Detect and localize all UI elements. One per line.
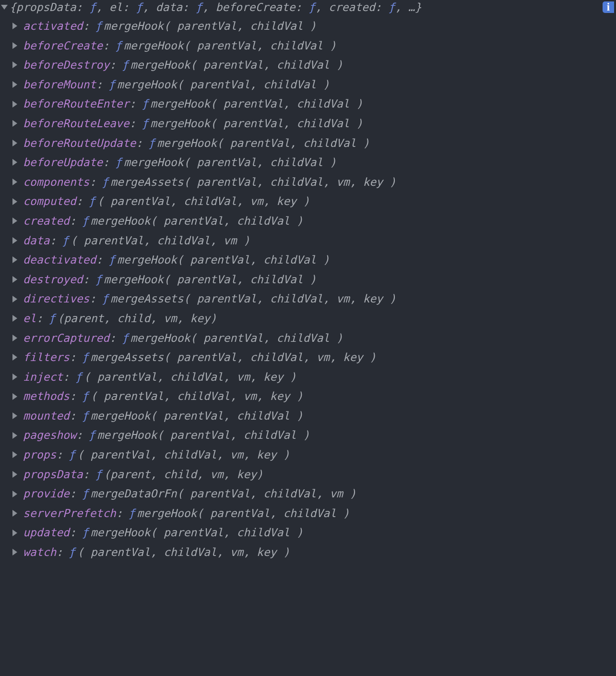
info-icon[interactable]: i — [603, 1, 614, 13]
property-row[interactable]: provide:ƒ mergeDataOrFn( parentVal, chil… — [0, 484, 616, 504]
property-row[interactable]: mounted:ƒ mergeHook( parentVal, childVal… — [0, 406, 616, 426]
expand-right-icon[interactable] — [12, 510, 17, 517]
function-name: mergeAssets — [110, 172, 183, 192]
function-glyph: ƒ — [122, 55, 129, 75]
expand-right-icon[interactable] — [12, 354, 17, 361]
colon: : — [103, 153, 109, 172]
property-key: provide — [23, 484, 70, 504]
property-row[interactable]: components:ƒ mergeAssets( parentVal, chi… — [0, 172, 616, 192]
function-glyph: ƒ — [82, 348, 89, 367]
expand-right-icon[interactable] — [12, 451, 17, 458]
expand-right-icon[interactable] — [12, 256, 17, 263]
property-key: watch — [23, 543, 56, 562]
function-name: mergeHook — [124, 153, 184, 172]
property-row[interactable]: destroyed:ƒ mergeHook( parentVal, childV… — [0, 270, 616, 290]
function-args: ( parentVal, childVal, vm, key ) — [84, 367, 296, 387]
function-args: ( parentVal, childVal ) — [164, 270, 317, 290]
property-row[interactable]: beforeRouteEnter:ƒ mergeHook( parentVal,… — [0, 94, 616, 114]
expand-right-icon[interactable] — [12, 471, 17, 478]
property-row[interactable]: errorCaptured:ƒ mergeHook( parentVal, ch… — [0, 328, 616, 348]
expand-right-icon[interactable] — [12, 412, 17, 419]
property-row[interactable]: beforeRouteUpdate:ƒ mergeHook( parentVal… — [0, 133, 616, 153]
expand-right-icon[interactable] — [12, 140, 17, 146]
property-row[interactable]: activated:ƒ mergeHook( parentVal, childV… — [0, 16, 616, 36]
function-glyph: ƒ — [82, 211, 89, 231]
expand-right-icon[interactable] — [12, 217, 17, 224]
expand-right-icon[interactable] — [12, 61, 17, 68]
expand-right-icon[interactable] — [12, 81, 17, 88]
expand-right-icon[interactable] — [12, 491, 17, 497]
function-glyph: ƒ — [108, 75, 115, 95]
property-row[interactable]: beforeUpdate:ƒ mergeHook( parentVal, chi… — [0, 153, 616, 172]
expand-right-icon[interactable] — [12, 101, 17, 108]
expand-right-icon[interactable] — [12, 549, 17, 555]
object-summary-row[interactable]: {propsData: ƒ, el: ƒ, data: ƒ, beforeCre… — [0, 1, 616, 16]
property-row[interactable]: deactivated:ƒ mergeHook( parentVal, chil… — [0, 250, 616, 270]
property-row[interactable]: updated:ƒ mergeHook( parentVal, childVal… — [0, 523, 616, 543]
colon: : — [56, 543, 63, 562]
property-row[interactable]: watch:ƒ ( parentVal, childVal, vm, key ) — [0, 543, 616, 562]
property-key: updated — [23, 523, 70, 543]
colon: : — [63, 367, 70, 387]
property-row[interactable]: directives:ƒ mergeAssets( parentVal, chi… — [0, 289, 616, 309]
property-key: components — [23, 172, 89, 192]
expand-right-icon[interactable] — [12, 530, 17, 536]
expand-right-icon[interactable] — [12, 432, 17, 439]
property-key: beforeRouteEnter — [23, 94, 130, 114]
function-glyph: ƒ — [95, 16, 102, 36]
property-row[interactable]: inject:ƒ ( parentVal, childVal, vm, key … — [0, 367, 616, 387]
function-args: ( parentVal, childVal ) — [210, 114, 363, 133]
property-row[interactable]: beforeCreate:ƒ mergeHook( parentVal, chi… — [0, 36, 616, 56]
property-key: beforeCreate — [23, 36, 103, 56]
function-glyph: ƒ — [142, 94, 148, 114]
expand-down-icon[interactable] — [1, 5, 8, 10]
colon: : — [109, 55, 116, 75]
expand-right-icon[interactable] — [12, 23, 17, 29]
function-args: ( parentVal, childVal ) — [150, 523, 303, 543]
property-row[interactable]: beforeDestroy:ƒ mergeHook( parentVal, ch… — [0, 55, 616, 75]
expand-right-icon[interactable] — [12, 198, 17, 205]
expand-right-icon[interactable] — [12, 296, 17, 302]
colon: : — [70, 406, 76, 426]
expand-right-icon[interactable] — [12, 393, 17, 400]
expand-right-icon[interactable] — [12, 335, 17, 341]
property-row[interactable]: filters:ƒ mergeAssets( parentVal, childV… — [0, 348, 616, 367]
function-glyph: ƒ — [82, 406, 89, 426]
expand-right-icon[interactable] — [12, 276, 17, 283]
colon: : — [136, 133, 142, 153]
expand-right-icon[interactable] — [12, 159, 17, 166]
colon: : — [56, 445, 63, 465]
property-row[interactable]: computed:ƒ ( parentVal, childVal, vm, ke… — [0, 192, 616, 211]
property-row[interactable]: beforeRouteLeave:ƒ mergeHook( parentVal,… — [0, 114, 616, 133]
expand-right-icon[interactable] — [12, 374, 17, 380]
property-row[interactable]: beforeMount:ƒ mergeHook( parentVal, chil… — [0, 75, 616, 95]
property-row[interactable]: methods:ƒ ( parentVal, childVal, vm, key… — [0, 386, 616, 406]
expand-right-icon[interactable] — [12, 120, 17, 127]
property-row[interactable]: props:ƒ ( parentVal, childVal, vm, key ) — [0, 445, 616, 465]
colon: : — [130, 94, 136, 114]
function-args: ( parentVal, childVal ) — [157, 425, 310, 445]
function-args: (parent, child, vm, key) — [104, 465, 263, 484]
expand-right-icon[interactable] — [12, 315, 17, 322]
function-glyph: ƒ — [75, 367, 82, 387]
property-key: filters — [23, 348, 70, 367]
property-key: destroyed — [23, 270, 83, 290]
colon: : — [70, 523, 76, 543]
expand-right-icon[interactable] — [12, 179, 17, 185]
property-row[interactable]: serverPrefetch:ƒ mergeHook( parentVal, c… — [0, 504, 616, 523]
function-name: mergeHook — [137, 504, 197, 523]
property-row[interactable]: created:ƒ mergeHook( parentVal, childVal… — [0, 211, 616, 231]
function-glyph: ƒ — [69, 543, 75, 562]
function-glyph: ƒ — [122, 328, 129, 348]
property-row[interactable]: propsData:ƒ (parent, child, vm, key) — [0, 465, 616, 484]
function-name: mergeHook — [117, 75, 177, 95]
expand-right-icon[interactable] — [12, 42, 17, 49]
property-row[interactable]: el:ƒ (parent, child, vm, key) — [0, 309, 616, 328]
property-row[interactable]: pageshow:ƒ mergeHook( parentVal, childVa… — [0, 425, 616, 445]
function-glyph: ƒ — [142, 114, 148, 133]
function-glyph: ƒ — [108, 250, 115, 270]
expand-right-icon[interactable] — [12, 237, 17, 244]
property-row[interactable]: data:ƒ ( parentVal, childVal, vm ) — [0, 231, 616, 251]
colon: : — [103, 36, 109, 56]
property-key: beforeMount — [23, 75, 96, 95]
